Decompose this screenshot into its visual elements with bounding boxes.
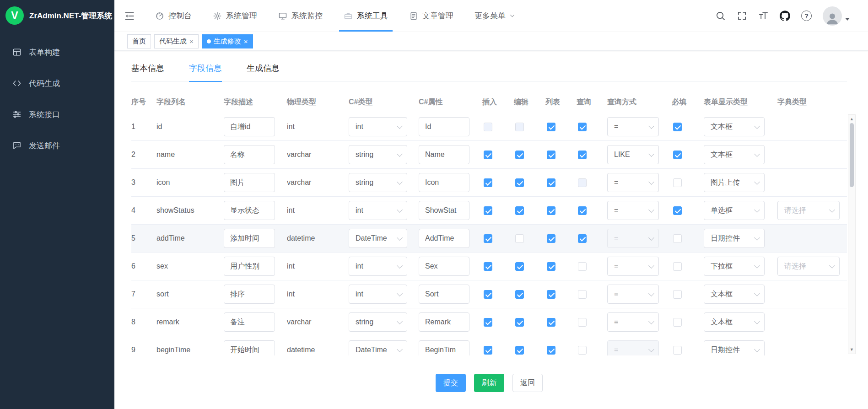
nav-item-articles[interactable]: 文章管理 xyxy=(399,0,464,32)
user-menu[interactable] xyxy=(823,6,850,26)
query-type-select[interactable]: = xyxy=(607,117,659,136)
csharp-property-input[interactable] xyxy=(419,285,469,304)
csharp-type-select[interactable]: string xyxy=(349,173,407,192)
tab-field-info[interactable]: 字段信息 xyxy=(189,63,222,81)
query-checkbox[interactable] xyxy=(578,151,587,159)
edit-checkbox[interactable] xyxy=(515,234,524,243)
query-type-select[interactable]: = xyxy=(607,257,659,276)
field-description-input[interactable] xyxy=(224,173,275,192)
insert-checkbox[interactable] xyxy=(484,234,492,243)
query-checkbox[interactable] xyxy=(578,123,587,131)
insert-checkbox[interactable] xyxy=(484,151,492,159)
display-type-select[interactable]: 日期控件 xyxy=(704,229,765,248)
insert-checkbox[interactable] xyxy=(484,290,492,299)
submit-button[interactable]: 提交 xyxy=(436,374,466,392)
csharp-type-select[interactable]: string xyxy=(349,312,407,332)
edit-checkbox[interactable] xyxy=(515,290,524,299)
scroll-down-icon[interactable]: ▼ xyxy=(848,347,855,352)
edit-checkbox[interactable] xyxy=(515,346,524,355)
display-type-select[interactable]: 单选框 xyxy=(704,201,765,220)
list-checkbox[interactable] xyxy=(547,234,555,243)
back-button[interactable]: 返回 xyxy=(512,374,543,392)
display-type-select[interactable]: 文本框 xyxy=(704,145,765,164)
query-checkbox[interactable] xyxy=(578,206,587,215)
search-icon[interactable] xyxy=(715,11,726,21)
query-type-select[interactable]: = xyxy=(607,312,659,332)
required-checkbox[interactable] xyxy=(673,346,682,355)
display-type-select[interactable]: 文本框 xyxy=(704,285,765,304)
nav-item-tools[interactable]: 系统工具 xyxy=(333,0,399,32)
csharp-type-select[interactable]: DateTime xyxy=(349,340,407,355)
list-checkbox[interactable] xyxy=(547,178,555,187)
csharp-type-select[interactable]: int xyxy=(349,117,407,136)
tag-generate-edit[interactable]: 生成修改× xyxy=(202,34,253,48)
query-checkbox[interactable] xyxy=(578,346,587,355)
sidebar-item-send-mail[interactable]: 发送邮件 xyxy=(0,130,114,161)
csharp-property-input[interactable] xyxy=(419,117,469,136)
scroll-up-icon[interactable]: ▲ xyxy=(848,117,855,121)
csharp-type-select[interactable]: string xyxy=(349,145,407,164)
display-type-select[interactable]: 日期控件 xyxy=(704,340,765,355)
required-checkbox[interactable] xyxy=(673,151,682,159)
list-checkbox[interactable] xyxy=(547,151,555,159)
app-logo[interactable]: V ZrAdmin.NET-管理系统 xyxy=(0,0,114,31)
field-description-input[interactable] xyxy=(224,312,275,332)
insert-checkbox[interactable] xyxy=(484,206,492,215)
display-type-select[interactable]: 图片上传 xyxy=(704,173,765,192)
insert-checkbox[interactable] xyxy=(484,346,492,355)
insert-checkbox[interactable] xyxy=(484,318,492,327)
field-description-input[interactable] xyxy=(224,229,275,248)
query-checkbox[interactable] xyxy=(578,318,587,327)
scroll-thumb[interactable] xyxy=(850,123,854,187)
csharp-type-select[interactable]: int xyxy=(349,201,407,220)
list-checkbox[interactable] xyxy=(547,206,555,215)
required-checkbox[interactable] xyxy=(673,234,682,243)
csharp-property-input[interactable] xyxy=(419,201,469,220)
query-checkbox[interactable] xyxy=(578,234,587,243)
csharp-type-select[interactable]: int xyxy=(349,285,407,304)
sidebar-item-system-api[interactable]: 系统接口 xyxy=(0,99,114,130)
table-scrollbar[interactable]: ▲ ▼ xyxy=(848,114,856,354)
nav-item-system-admin[interactable]: 系统管理 xyxy=(202,0,268,32)
required-checkbox[interactable] xyxy=(673,178,682,187)
list-checkbox[interactable] xyxy=(547,318,555,327)
csharp-property-input[interactable] xyxy=(419,145,469,164)
query-checkbox[interactable] xyxy=(578,290,587,299)
edit-checkbox[interactable] xyxy=(515,151,524,159)
query-type-select[interactable]: = xyxy=(607,285,659,304)
list-checkbox[interactable] xyxy=(547,290,555,299)
tab-generate-info[interactable]: 生成信息 xyxy=(247,63,280,81)
required-checkbox[interactable] xyxy=(673,290,682,299)
query-type-select[interactable]: LIKE xyxy=(607,145,659,164)
nav-item-more[interactable]: 更多菜单 xyxy=(464,0,526,32)
nav-item-dashboard[interactable]: 控制台 xyxy=(145,0,202,32)
field-description-input[interactable] xyxy=(224,285,275,304)
avatar[interactable] xyxy=(823,6,842,26)
list-checkbox[interactable] xyxy=(547,123,555,131)
csharp-property-input[interactable] xyxy=(419,340,469,355)
csharp-property-input[interactable] xyxy=(419,229,469,248)
query-type-select[interactable]: = xyxy=(607,173,659,192)
field-description-input[interactable] xyxy=(224,145,275,164)
display-type-select[interactable]: 文本框 xyxy=(704,312,765,332)
list-checkbox[interactable] xyxy=(547,262,555,271)
query-checkbox[interactable] xyxy=(578,262,587,271)
display-type-select[interactable]: 文本框 xyxy=(704,117,765,136)
refresh-button[interactable]: 刷新 xyxy=(474,374,504,392)
display-type-select[interactable]: 下拉框 xyxy=(704,257,765,276)
field-description-input[interactable] xyxy=(224,117,275,136)
sidebar-item-form-builder[interactable]: 表单构建 xyxy=(0,37,114,68)
required-checkbox[interactable] xyxy=(673,206,682,215)
insert-checkbox[interactable] xyxy=(484,178,492,187)
field-description-input[interactable] xyxy=(224,201,275,220)
help-icon[interactable]: ? xyxy=(801,11,812,21)
list-checkbox[interactable] xyxy=(547,346,555,355)
sidebar-item-code-generation[interactable]: 代码生成 xyxy=(0,68,114,99)
close-icon[interactable]: × xyxy=(244,38,248,45)
github-icon[interactable] xyxy=(780,11,790,21)
tag-code-generation[interactable]: 代码生成× xyxy=(154,34,199,48)
edit-checkbox[interactable] xyxy=(515,318,524,327)
field-description-input[interactable] xyxy=(224,257,275,276)
csharp-type-select[interactable]: int xyxy=(349,257,407,276)
fullscreen-icon[interactable] xyxy=(737,11,747,21)
